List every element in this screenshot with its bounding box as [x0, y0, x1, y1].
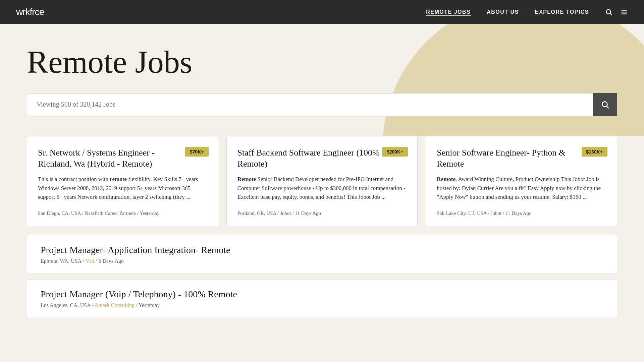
nav-links: REMOTE JOBS ABOUT US EXPLORE TOPICS — [426, 9, 589, 15]
job-list-meta-4: Ephrata, WA, USA / Volt / 6 Days Ago — [41, 258, 603, 264]
search-container — [27, 93, 617, 116]
job-date-4: / 6 Days Ago — [94, 258, 124, 264]
job-list-title-5: Project Manager (Voip / Telephony) - 100… — [41, 289, 603, 300]
job-meta-3: Salt Lake City, UT, USA / Jobot / 11 Day… — [437, 209, 606, 217]
nav-link-about-us[interactable]: ABOUT US — [487, 9, 519, 15]
job-date-5: / Yesterday — [135, 302, 160, 308]
svg-point-5 — [602, 102, 607, 107]
job-list-title-4: Project Manager- Application Integration… — [41, 245, 603, 255]
job-title-1: Sr. Network / Systems Engineer - Richlan… — [38, 147, 207, 170]
hero-section: Remote Jobs — [0, 24, 644, 136]
job-location-5: Los Angeles, CA, USA / — [41, 302, 94, 308]
job-meta-2: Portland, OR, USA / Jobot / 11 Days Ago — [237, 209, 407, 217]
search-submit-icon — [601, 100, 609, 109]
job-desc-1: This is a contract position with remote … — [38, 175, 207, 201]
hamburger-icon — [621, 8, 628, 16]
search-button[interactable] — [593, 93, 617, 116]
search-icon — [605, 8, 612, 16]
jobs-section: Sr. Network / Systems Engineer - Richlan… — [0, 136, 644, 318]
salary-badge-3: $160K+ — [582, 147, 607, 157]
job-title-2: Staff Backend Software Engineer (100% Re… — [237, 147, 407, 170]
menu-icon-button[interactable] — [621, 8, 628, 16]
job-list-meta-5: Los Angeles, CA, USA / Amerit Consulting… — [41, 302, 603, 308]
job-list-item-4[interactable]: Project Manager- Application Integration… — [27, 235, 617, 274]
salary-badge-2: $200K+ — [382, 147, 408, 157]
nav-icons — [605, 8, 628, 16]
jobs-top-row: Sr. Network / Systems Engineer - Richlan… — [27, 136, 617, 227]
nav-item-explore-topics[interactable]: EXPLORE TOPICS — [535, 9, 589, 15]
job-list-item-5[interactable]: Project Manager (Voip / Telephony) - 100… — [27, 279, 617, 318]
job-location-4: Ephrata, WA, USA / — [41, 258, 86, 264]
job-card-1[interactable]: Sr. Network / Systems Engineer - Richlan… — [27, 136, 218, 227]
job-desc-3: Remote, Award Winning Culture, Product O… — [437, 175, 606, 201]
nav-link-explore-topics[interactable]: EXPLORE TOPICS — [535, 9, 589, 15]
salary-badge-1: $70K+ — [185, 147, 209, 157]
navigation: wrkfrce REMOTE JOBS ABOUT US EXPLORE TOP… — [0, 0, 644, 24]
job-title-3: Senior Software Engineer- Python & Remot… — [437, 147, 606, 170]
site-logo[interactable]: wrkfrce — [16, 7, 426, 17]
nav-item-remote-jobs[interactable]: REMOTE JOBS — [426, 9, 471, 15]
job-desc-2: Remote Senior Backend Developer needed f… — [237, 175, 407, 201]
job-company-5[interactable]: Amerit Consulting — [94, 302, 135, 308]
nav-item-about-us[interactable]: ABOUT US — [487, 9, 519, 15]
page-title: Remote Jobs — [27, 44, 617, 80]
hero-bg-decoration — [382, 24, 644, 136]
search-icon-button[interactable] — [605, 8, 612, 16]
search-input[interactable] — [27, 93, 593, 116]
job-company-4[interactable]: Volt — [86, 258, 94, 264]
job-card-2[interactable]: Staff Backend Software Engineer (100% Re… — [226, 136, 418, 227]
svg-point-0 — [606, 10, 611, 14]
job-card-3[interactable]: Senior Software Engineer- Python & Remot… — [426, 136, 617, 227]
nav-link-remote-jobs[interactable]: REMOTE JOBS — [426, 9, 471, 16]
job-meta-1: San Diego, CA, USA / NextPath Career Par… — [38, 209, 207, 217]
svg-line-6 — [607, 106, 609, 108]
svg-line-1 — [610, 13, 612, 15]
